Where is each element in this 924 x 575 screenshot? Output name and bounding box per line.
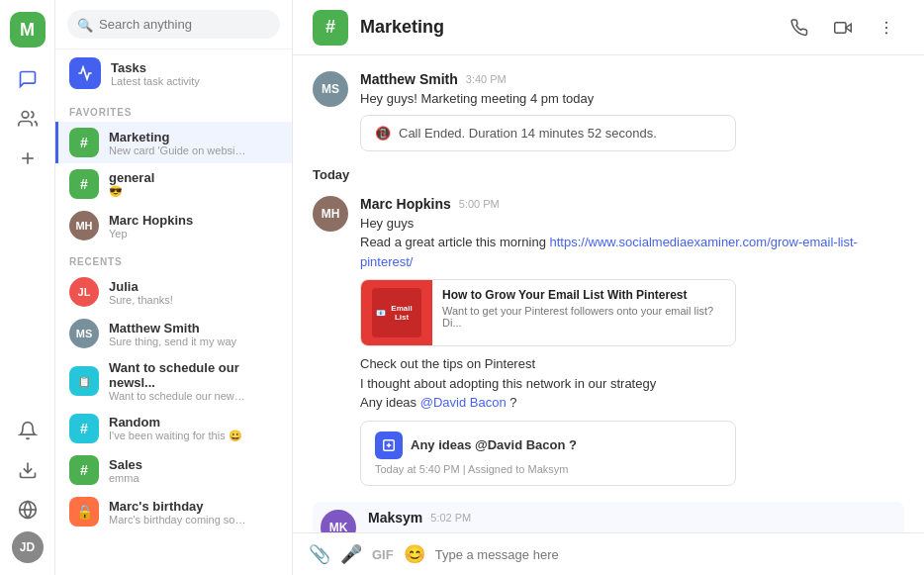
marc-hopkins-message: Marc Hopkins 5:00 PM Hey guys Read a gre…: [360, 196, 904, 486]
emoji-icon[interactable]: 😊: [404, 543, 425, 565]
marc-adopting: I thought about adopting this network in…: [360, 374, 904, 394]
sales-name: Sales: [109, 457, 142, 472]
marc-hopkins-name: Marc Hopkins: [360, 196, 451, 212]
article-desc: Want to get your Pinterest followers ont…: [442, 305, 725, 329]
sidebar-item-general[interactable]: # general 😎: [55, 163, 292, 205]
random-icon: #: [69, 414, 99, 443]
channel-icon: #: [313, 10, 348, 46]
sidebar: 🔍 Tasks Latest task activity FAVORITES #…: [55, 0, 293, 575]
random-preview: I've been waiting for this 😀: [109, 430, 242, 442]
matthew-smith-avatar: MS: [313, 71, 348, 107]
channel-name: Marketing: [360, 17, 770, 38]
marc-avatar: MH: [69, 211, 99, 240]
more-options-icon[interactable]: [869, 10, 904, 46]
sidebar-item-marketing[interactable]: # Marketing New card 'Guide on website o…: [55, 122, 292, 163]
task-card-meta: Today at 5:40 PM | Assigned to Maksym: [375, 463, 721, 475]
sidebar-item-matthew[interactable]: MS Matthew Smith Sure thing, send it my …: [55, 313, 292, 354]
matthew-smith-text: Hey guys! Marketing meeting 4 pm today: [360, 89, 904, 109]
nav-notifications-icon[interactable]: [10, 413, 46, 448]
matthew-smith-name: Matthew Smith: [360, 71, 458, 87]
article-image: 📧 Email List: [361, 280, 432, 345]
newsletter-name: Want to schedule our newsl...: [109, 360, 278, 390]
marc-name: Marc Hopkins: [109, 213, 193, 228]
general-preview: 😎: [109, 185, 154, 198]
sales-icon: #: [69, 455, 99, 485]
matthew-preview: Sure thing, send it my way: [109, 335, 236, 347]
general-icon: #: [69, 169, 99, 199]
article-title: How to Grow Your Email List With Pintere…: [442, 288, 725, 302]
gif-icon[interactable]: GIF: [372, 547, 394, 562]
tasks-title: Tasks: [111, 60, 200, 75]
nav-apps-icon[interactable]: [10, 492, 46, 527]
birthday-preview: Marc's birthday coming soon.: [109, 514, 247, 526]
marc-article-intro: Read a great article this morning https:…: [360, 233, 904, 271]
video-icon[interactable]: [825, 10, 861, 46]
attach-icon[interactable]: 📎: [309, 543, 330, 565]
favorites-header: FAVORITES: [55, 97, 292, 122]
julia-name: Julia: [109, 279, 173, 294]
svg-point-0: [22, 112, 29, 119]
icon-bar: M JD: [0, 0, 55, 575]
matthew-name: Matthew Smith: [109, 321, 236, 335]
sidebar-item-marcs-birthday[interactable]: 🔒 Marc's birthday Marc's birthday coming…: [55, 491, 292, 532]
birthday-icon: 🔒: [69, 497, 99, 527]
svg-marker-6: [846, 24, 851, 32]
header-actions: [782, 10, 904, 46]
user-avatar[interactable]: JD: [12, 531, 44, 563]
nav-download-icon[interactable]: [10, 452, 46, 488]
tasks-icon: [69, 57, 101, 89]
messages-area: MS Matthew Smith 3:40 PM Hey guys! Marke…: [293, 55, 924, 532]
sidebar-item-marc-hopkins[interactable]: MH Marc Hopkins Yep: [55, 205, 292, 246]
today-divider: Today: [313, 167, 904, 182]
sidebar-item-julia[interactable]: JL Julia Sure, thanks!: [55, 271, 292, 313]
maksym-message: Maksym 5:02 PM Hm..we've already discuss…: [368, 510, 896, 533]
sales-preview: emma: [109, 472, 142, 484]
julia-preview: Sure, thanks!: [109, 294, 173, 306]
message-group-matthew: MS Matthew Smith 3:40 PM Hey guys! Marke…: [313, 71, 904, 151]
maksym-avatar: MK: [321, 510, 356, 533]
tasks-item[interactable]: Tasks Latest task activity: [55, 49, 292, 97]
call-ended-text: Call Ended. Duration 14 minutes 52 secon…: [399, 126, 657, 141]
marketing-preview: New card 'Guide on website o...: [109, 144, 247, 156]
svg-point-10: [885, 32, 887, 34]
message-input[interactable]: [435, 547, 908, 562]
article-preview-card[interactable]: 📧 Email List How to Grow Your Email List…: [360, 279, 736, 346]
task-card-icon: [375, 431, 403, 459]
article-img-inner: 📧 Email List: [372, 288, 421, 337]
svg-point-9: [885, 26, 887, 28]
maksym-time: 5:02 PM: [430, 512, 471, 524]
message-group-marc: MH Marc Hopkins 5:00 PM Hey guys Read a …: [313, 196, 904, 486]
david-mention: @David Bacon: [420, 395, 507, 410]
task-card-title: Any ideas @David Bacon ?: [411, 437, 577, 452]
call-ended-box: 📵 Call Ended. Duration 14 minutes 52 sec…: [360, 115, 736, 151]
sidebar-item-random[interactable]: # Random I've been waiting for this 😀: [55, 408, 292, 449]
marketing-name: Marketing: [109, 130, 247, 144]
marc-tips: Check out the tips on Pinterest: [360, 354, 904, 374]
maksym-name: Maksym: [368, 510, 422, 526]
sidebar-item-newsletter[interactable]: 📋 Want to schedule our newsl... Want to …: [55, 354, 292, 408]
search-container: 🔍: [55, 0, 292, 49]
nav-chat-icon[interactable]: [10, 61, 46, 97]
julia-avatar: JL: [69, 277, 99, 307]
marc-hey-guys: Hey guys: [360, 214, 904, 234]
call-ended-icon: 📵: [375, 126, 391, 141]
phone-icon[interactable]: [782, 10, 817, 46]
matthew-smith-time: 3:40 PM: [466, 73, 507, 85]
search-icon: 🔍: [77, 17, 93, 32]
channel-header: # Marketing: [293, 0, 924, 55]
nav-contacts-icon[interactable]: [10, 101, 46, 137]
marc-hopkins-time: 5:00 PM: [459, 198, 500, 210]
recents-header: RECENTS: [55, 246, 292, 271]
marc-hopkins-avatar: MH: [313, 196, 348, 232]
marc-preview: Yep: [109, 228, 193, 240]
sidebar-item-sales[interactable]: # Sales emma: [55, 449, 292, 491]
search-input[interactable]: [67, 10, 280, 39]
task-card[interactable]: Any ideas @David Bacon ? Today at 5:40 P…: [360, 421, 736, 486]
nav-add-icon[interactable]: [10, 141, 46, 176]
birthday-name: Marc's birthday: [109, 499, 247, 514]
matthew-avatar: MS: [69, 319, 99, 348]
matthew-smith-message: Matthew Smith 3:40 PM Hey guys! Marketin…: [360, 71, 904, 151]
article-link[interactable]: https://www.socialmediaexaminer.com/grow…: [360, 235, 858, 269]
marc-ideas: Any ideas @David Bacon ?: [360, 393, 904, 413]
microphone-icon[interactable]: 🎤: [340, 543, 362, 565]
